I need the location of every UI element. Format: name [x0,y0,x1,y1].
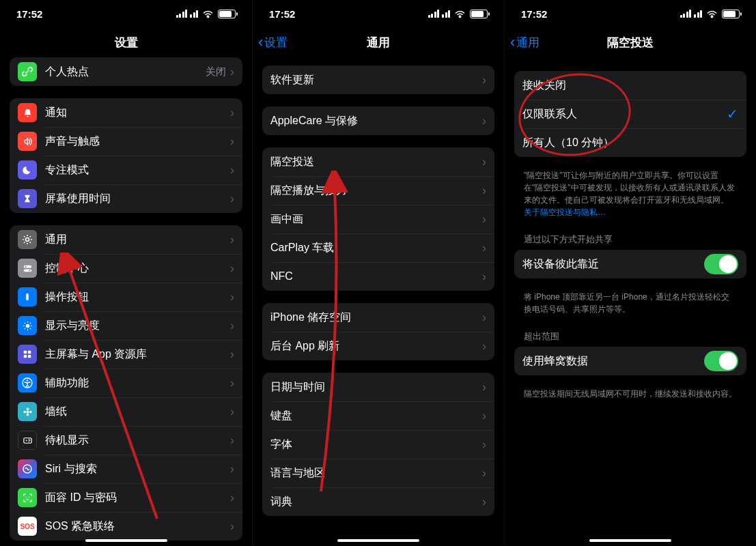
row-standby[interactable]: 待机显示› [10,426,242,455]
airdrop-scroll[interactable]: 接收关闭仅限联系人✓所有人（10 分钟） "隔空投送"可让你与附近的用户立即共享… [505,57,756,546]
svg-point-21 [25,496,26,497]
chevron-right-icon: › [482,73,486,87]
group-cellular: 使用蜂窝数据 [514,347,746,375]
status-indicators [176,10,236,18]
wifi-icon [202,10,214,18]
row-label: 接收关闭 [522,78,738,93]
group-airdrop: 隔空投送›隔空播放与接力›画中画›CarPlay 车载›NFC› [262,147,494,291]
group-applecare: AppleCare 与保修› [262,106,494,135]
row-item[interactable]: 软件更新› [262,66,494,94]
general-scroll[interactable]: 软件更新› AppleCare 与保修› 隔空投送›隔空播放与接力›画中画›Ca… [253,57,504,546]
svg-point-0 [26,238,29,242]
chevron-right-icon: › [230,106,234,120]
group-hotspot: 个人热点 关闭 › [10,57,242,86]
row-label: 通知 [45,106,230,120]
row-item[interactable]: 日期与时间› [262,373,494,401]
row-item[interactable]: iPhone 储存空间› [262,303,494,332]
row-label: 墙纸 [45,405,230,419]
sun-icon [18,316,37,335]
row-item[interactable]: AppleCare 与保修› [262,106,494,135]
row-label: 所有人（10 分钟） [522,136,738,150]
checkmark-icon: ✓ [727,106,738,122]
svg-point-13 [26,410,29,413]
chevron-right-icon: › [482,114,486,128]
row-item[interactable]: CarPlay 车载› [262,233,494,262]
nav-header: ‹ 设置 通用 [253,27,504,57]
row-item[interactable]: 字体› [262,430,494,459]
row-item[interactable]: 语言与地区› [262,459,494,487]
back-button[interactable]: ‹ 通用 [510,35,540,51]
chevron-right-icon: › [230,319,234,333]
row-item[interactable]: 隔空投送› [262,147,494,176]
phone-general: 17:52 ‹ 设置 通用 软件更新› AppleCare 与保修› 隔空投送›… [252,0,504,546]
row-label: 语言与地区 [270,466,482,480]
svg-point-6 [25,324,29,328]
row-action[interactable]: 操作按钮› [10,283,242,311]
back-button[interactable]: ‹ 设置 [258,35,288,51]
row-accessibility[interactable]: 辅助功能› [10,369,242,397]
row-label: 键盘 [270,409,482,423]
sos-icon: SOS [18,517,37,536]
chevron-right-icon: › [230,233,234,247]
row-personal-hotspot[interactable]: 个人热点 关闭 › [10,57,242,86]
row-value: 关闭 [206,66,226,78]
row-item[interactable]: 后台 App 刷新› [262,332,494,360]
settings-scroll[interactable]: 个人热点 关闭 › 通知›声音与触感›专注模式›屏幕使用时间› 通用›控制中心›… [0,57,252,546]
row-gear[interactable]: 通用› [10,225,242,254]
toggle-on[interactable] [704,254,738,274]
row-switches[interactable]: 控制中心› [10,254,242,283]
chevron-right-icon: › [230,347,234,362]
row-label: Siri 与搜索 [45,462,230,476]
toggle-on[interactable] [704,351,738,371]
row-item[interactable]: 画中画› [262,205,494,233]
chevron-right-icon: › [230,134,234,149]
privacy-link[interactable]: 关于隔空投送与隐私… [524,207,606,217]
option-row[interactable]: 接收关闭 [514,71,746,100]
row-bring-devices-together[interactable]: 将设备彼此靠近 [514,250,746,278]
chevron-right-icon: › [482,495,486,509]
status-indicators [428,10,488,18]
cellular-icon [176,10,188,18]
row-item[interactable]: 键盘› [262,401,494,430]
moon-icon [18,160,37,179]
row-flower[interactable]: 墙纸› [10,397,242,426]
option-row[interactable]: 所有人（10 分钟） [514,128,746,157]
footer-cellular: 隔空投送期间无线局域网不可用时，继续发送和接收内容。 [505,388,756,412]
row-faceid[interactable]: 面容 ID 与密码› [10,483,242,512]
svg-point-14 [26,407,29,410]
row-item[interactable]: NFC› [262,262,494,291]
bell-icon [18,103,37,122]
siri-icon [18,459,37,478]
row-bell[interactable]: 通知› [10,98,242,127]
svg-point-16 [23,410,26,413]
chevron-right-icon: › [230,376,234,390]
status-bar: 17:52 [0,0,252,27]
row-label: 仅限联系人 [522,107,727,121]
row-use-cellular[interactable]: 使用蜂窝数据 [514,347,746,375]
grid-icon [18,345,37,364]
group-general: 通用›控制中心›操作按钮›显示与亮度›主屏幕与 App 资源库›辅助功能›墙纸›… [10,225,242,541]
row-grid[interactable]: 主屏幕与 App 资源库› [10,340,242,369]
chevron-right-icon: › [230,65,234,79]
row-item[interactable]: 隔空播放与接力› [262,176,494,205]
row-moon[interactable]: 专注模式› [10,156,242,184]
chevron-right-icon: › [482,241,486,255]
row-hourglass[interactable]: 屏幕使用时间› [10,184,242,213]
row-speaker[interactable]: 声音与触感› [10,127,242,156]
status-time: 17:52 [269,8,295,20]
faceid-icon [18,488,37,507]
row-sun[interactable]: 显示与亮度› [10,311,242,340]
row-label: 使用蜂窝数据 [522,354,704,369]
svg-rect-10 [28,355,31,358]
chevron-right-icon: › [482,270,486,284]
cellular-icon [428,10,440,18]
row-label: SOS 紧急联络 [45,519,230,534]
back-label: 设置 [264,35,288,51]
cellular2-icon [190,10,198,18]
row-sos[interactable]: SOSSOS 紧急联络› [10,512,242,541]
chevron-right-icon: › [482,380,486,394]
row-siri[interactable]: Siri 与搜索› [10,455,242,483]
option-row[interactable]: 仅限联系人✓ [514,100,746,128]
row-item[interactable]: 词典› [262,487,494,516]
svg-point-22 [28,496,29,497]
